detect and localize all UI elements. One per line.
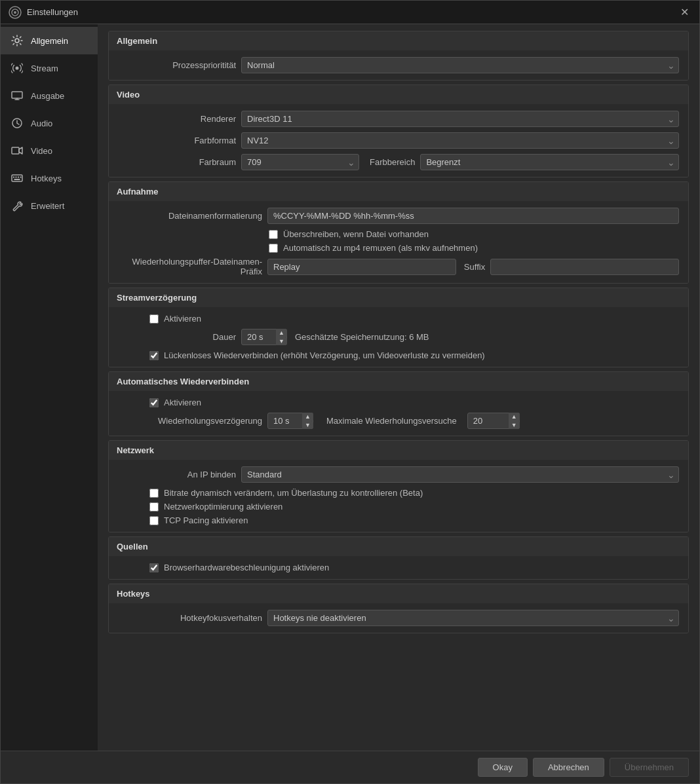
- farbformat-select-wrapper: NV12 I420 I444 RGB: [241, 132, 679, 149]
- max-down-btn[interactable]: ▼: [509, 421, 520, 430]
- ip-row: An IP binden Standard: [118, 466, 679, 483]
- sidebar-item-hotkeys[interactable]: Hotkeys: [1, 164, 98, 192]
- prozess-select[interactable]: Normal Über Normal Hoch Echtzeit Niedrig: [241, 57, 679, 73]
- section-body-automatisches: Aktivieren Wiederholungsverzögerung 10 s…: [109, 391, 688, 436]
- aw-aktivieren-checkbox[interactable]: [149, 398, 159, 407]
- sidebar-label-ausgabe: Ausgabe: [31, 91, 64, 101]
- max-up-btn[interactable]: ▲: [509, 413, 520, 421]
- section-body-video: Renderer Direct3D 11 OpenGL Farbformat: [109, 104, 688, 177]
- netz-check3-checkbox[interactable]: [149, 516, 159, 525]
- sidebar-label-audio: Audio: [31, 119, 52, 128]
- netz-check2-row: Netzwerkoptimierung aktivieren: [149, 502, 679, 512]
- netz-check1-label: Bitrate dynamisch verändern, um Überlast…: [164, 488, 423, 498]
- sv-aktivieren-checkbox[interactable]: [149, 314, 159, 324]
- suffix-input[interactable]: [490, 259, 679, 275]
- abbrechen-button[interactable]: Abbrechen: [533, 758, 604, 777]
- svg-point-4: [16, 67, 19, 70]
- section-aufnahme: Aufnahme Dateinamenformatierung %CCYY-%M…: [108, 181, 689, 284]
- settings-window: Einstellungen ✕ Allgemein: [0, 0, 700, 784]
- dauer-down-btn[interactable]: ▼: [276, 337, 287, 346]
- prozess-row: Prozessprioritität Normal Über Normal Ho…: [118, 57, 679, 73]
- fokus-select-wrapper: Hotkeys nie deaktivieren Beim Tippen dea…: [267, 610, 679, 626]
- delay-up-btn[interactable]: ▲: [302, 413, 313, 421]
- dauer-up-btn[interactable]: ▲: [276, 329, 287, 337]
- quellen-check1-row: Browserhardwarebeschleunigung aktivieren: [149, 563, 679, 572]
- netz-check1-row: Bitrate dynamisch verändern, um Überlast…: [149, 488, 679, 498]
- section-body-allgemein: Prozessprioritität Normal Über Normal Ho…: [109, 50, 688, 80]
- quellen-check1-label: Browserhardwarebeschleunigung aktivieren: [164, 563, 329, 572]
- section-video: Video Renderer Direct3D 11 OpenGL: [108, 84, 689, 177]
- dauer-spinner-btns: ▲ ▼: [276, 329, 287, 345]
- sidebar-item-erweitert[interactable]: Erweitert: [1, 192, 98, 219]
- prozess-select-wrapper: Normal Über Normal Hoch Echtzeit Niedrig: [241, 57, 679, 73]
- aufnahme-checkboxes: Überschreiben, wenn Datei vorhanden Auto…: [118, 229, 679, 253]
- fokus-select[interactable]: Hotkeys nie deaktivieren Beim Tippen dea…: [267, 610, 679, 626]
- farbbereich-select[interactable]: Begrenzt Voll: [420, 154, 679, 170]
- datei-input[interactable]: %CCYY-%MM-%DD %hh-%mm-%ss: [267, 208, 679, 224]
- sidebar-item-video[interactable]: Video: [1, 137, 98, 164]
- delay-label: Wiederholungsverzögerung: [118, 416, 262, 426]
- farbformat-select[interactable]: NV12 I420 I444 RGB: [241, 132, 679, 149]
- dauer-row: Dauer 20 s ▲ ▼ Geschätzte Speichernutzun…: [118, 329, 679, 345]
- lueckenlos-checkbox[interactable]: [149, 351, 159, 360]
- sidebar: Allgemein Stream: [1, 24, 98, 751]
- delay-spinner: 10 s ▲ ▼: [267, 413, 313, 429]
- section-header-hotkeys: Hotkeys: [109, 584, 688, 603]
- svg-point-2: [14, 11, 16, 14]
- section-netzwerk: Netzwerk An IP binden Standard: [108, 440, 689, 532]
- farbformat-label: Farbformat: [118, 136, 236, 145]
- quellen-check1-checkbox[interactable]: [149, 563, 159, 572]
- sidebar-item-ausgabe[interactable]: Ausgabe: [1, 82, 98, 109]
- datei-row: Dateinamenformatierung %CCYY-%MM-%DD %hh…: [118, 208, 679, 224]
- netz-check3-label: TCP Pacing aktivieren: [164, 515, 248, 525]
- uebernehmen-button[interactable]: Übernehmen: [610, 758, 689, 777]
- farbraum-label: Farbraum: [118, 157, 236, 167]
- max-spinner-btns: ▲ ▼: [509, 413, 520, 429]
- svg-rect-13: [14, 179, 20, 180]
- max-label: Maximale Wiederholungsversuche: [326, 416, 457, 426]
- farbraum-select[interactable]: 709 601 2100 (PQ) 2100 (HLG): [241, 154, 359, 170]
- netzwerk-checkboxes: Bitrate dynamisch verändern, um Überlast…: [118, 488, 679, 525]
- sidebar-item-audio[interactable]: Audio: [1, 109, 98, 137]
- svg-point-3: [15, 39, 19, 43]
- bottom-bar: Okay Abbrechen Übernehmen: [1, 751, 699, 783]
- farbbereich-select-wrapper: Begrenzt Voll: [420, 154, 679, 170]
- wiederholung-label: Wiederholungspuffer-Dateinamen-Präfix: [118, 257, 262, 276]
- wiederholung-row: Wiederholungspuffer-Dateinamen-Präfix Re…: [118, 257, 679, 276]
- section-body-netzwerk: An IP binden Standard Bitrate dynamisch …: [109, 460, 688, 532]
- svg-rect-10: [16, 177, 17, 178]
- netz-check1-checkbox[interactable]: [149, 489, 159, 498]
- netz-check2-label: Netzwerkoptimierung aktivieren: [164, 502, 282, 512]
- svg-rect-12: [20, 177, 22, 178]
- ip-select-wrapper: Standard: [241, 466, 679, 483]
- okay-button[interactable]: Okay: [478, 758, 528, 777]
- geschaetzt-text: Geschätzte Speichernutzung: 6 MB: [295, 332, 429, 342]
- max-spinner: 20 ▲ ▼: [467, 413, 520, 429]
- wiederholung-prefix-input[interactable]: Replay: [267, 259, 456, 275]
- check2-checkbox[interactable]: [269, 244, 278, 253]
- check1-checkbox[interactable]: [269, 230, 278, 239]
- sidebar-label-allgemein: Allgemein: [31, 36, 68, 46]
- section-quellen: Quellen Browserhardwarebeschleunigung ak…: [108, 536, 689, 580]
- netz-check2-checkbox[interactable]: [149, 502, 159, 512]
- section-header-quellen: Quellen: [109, 537, 688, 556]
- section-body-streamverzogerung: Aktivieren Dauer 20 s ▲ ▼ Geschätzte Spe…: [109, 307, 688, 367]
- ip-select[interactable]: Standard: [241, 466, 679, 483]
- suffix-label: Suffix: [464, 262, 485, 272]
- fokus-row: Hotkeyfokusverhalten Hotkeys nie deaktiv…: [118, 610, 679, 626]
- prozess-label: Prozessprioritität: [118, 60, 236, 70]
- sidebar-item-stream[interactable]: Stream: [1, 54, 98, 82]
- main-panel: Allgemein Prozessprioritität Normal Über…: [98, 24, 699, 751]
- renderer-select[interactable]: Direct3D 11 OpenGL: [241, 111, 679, 127]
- section-header-netzwerk: Netzwerk: [109, 441, 688, 460]
- close-button[interactable]: ✕: [678, 6, 691, 18]
- sidebar-item-allgemein[interactable]: Allgemein: [1, 27, 98, 54]
- sidebar-label-video: Video: [31, 146, 52, 156]
- wrench-icon: [10, 198, 24, 213]
- section-header-allgemein: Allgemein: [109, 31, 688, 50]
- output-icon: [10, 88, 24, 103]
- renderer-label: Renderer: [118, 114, 236, 124]
- dauer-label: Dauer: [118, 332, 236, 342]
- delay-down-btn[interactable]: ▼: [302, 421, 313, 430]
- farbformat-row: Farbformat NV12 I420 I444 RGB: [118, 132, 679, 149]
